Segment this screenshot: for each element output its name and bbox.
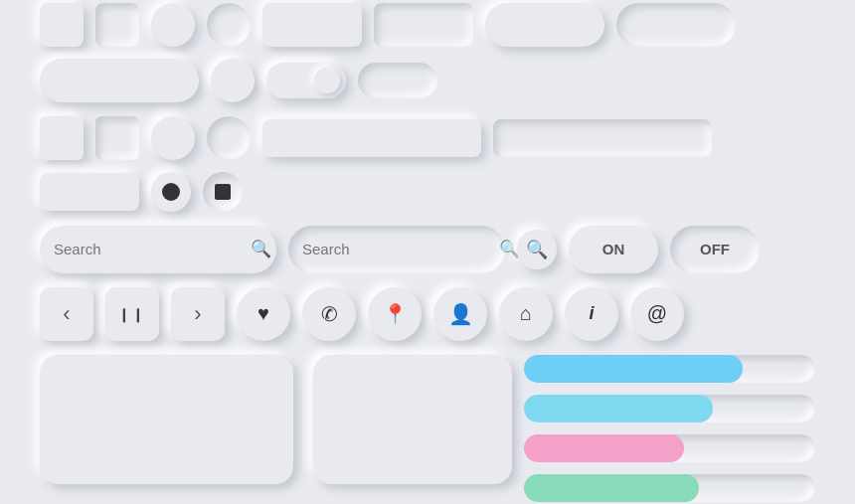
rect-pill-inset <box>616 3 736 47</box>
search-row: 🔍 🔍 🔍 ON OFF <box>40 226 815 273</box>
rect-stadium-raised <box>40 59 199 102</box>
rect-pill-raised <box>485 3 604 47</box>
location-icon: 📍 <box>383 302 408 326</box>
progress-bars <box>524 355 815 502</box>
shapes-row-2 <box>40 116 815 212</box>
rect-wide-inset <box>374 3 473 47</box>
heart-icon: ♥ <box>257 302 269 325</box>
user-icon: 👤 <box>448 302 473 326</box>
rect-short-raised <box>40 173 139 211</box>
prev-button[interactable]: ‹ <box>40 287 93 341</box>
progress-fill-2 <box>524 395 713 422</box>
progress-fill-3 <box>524 434 684 462</box>
circle-raised-1 <box>151 3 195 47</box>
info-icon: i <box>589 303 594 324</box>
rect-wide-raised <box>262 3 362 47</box>
circle-inset-1 <box>207 3 251 47</box>
pause-icon: ❙❙ <box>118 306 146 322</box>
progress-track-1 <box>524 355 815 383</box>
search-bar-2[interactable]: 🔍 <box>288 226 505 273</box>
next-icon: › <box>194 301 201 327</box>
prev-icon: ‹ <box>63 301 70 327</box>
square-raised-1 <box>40 3 84 47</box>
search-input-2[interactable] <box>302 241 491 257</box>
on-label: ON <box>602 241 625 257</box>
large-panel-1 <box>40 355 293 484</box>
square-black <box>215 184 231 200</box>
circle-indicator-raised <box>151 172 191 212</box>
home-icon: ⌂ <box>520 302 532 325</box>
at-icon: @ <box>647 302 667 325</box>
shapes-row-1 <box>40 3 815 102</box>
circle-2a <box>151 116 195 160</box>
progress-track-4 <box>524 474 815 502</box>
phone-icon: ✆ <box>321 302 338 326</box>
toggle-knob <box>314 68 340 93</box>
circle-raised-2 <box>211 59 255 102</box>
on-button[interactable]: ON <box>569 226 658 273</box>
at-button[interactable]: @ <box>630 287 684 341</box>
toggle-pill-raised <box>266 63 346 98</box>
pause-button[interactable]: ❙❙ <box>105 287 159 341</box>
main-container: 🔍 🔍 🔍 ON OFF ‹ ❙❙ › ♥ ✆ <box>20 0 835 504</box>
off-label: OFF <box>700 241 730 257</box>
user-button[interactable]: 👤 <box>433 287 487 341</box>
panels-row <box>40 355 815 502</box>
square-inset-1 <box>95 3 139 47</box>
square-2b <box>95 116 139 160</box>
circle-2b <box>207 116 251 160</box>
info-button[interactable]: i <box>565 287 618 341</box>
square-2a <box>40 116 84 160</box>
home-button[interactable]: ⌂ <box>499 287 553 341</box>
heart-button[interactable]: ♥ <box>237 287 290 341</box>
controls-row: ‹ ❙❙ › ♥ ✆ 📍 👤 ⌂ i @ <box>40 287 815 341</box>
progress-track-2 <box>524 395 815 422</box>
rect-flat-inset <box>493 119 712 157</box>
search-icon-btn[interactable]: 🔍 <box>517 230 557 269</box>
search-input-1[interactable] <box>54 241 243 257</box>
search-bar-1[interactable]: 🔍 <box>40 226 276 273</box>
next-button[interactable]: › <box>171 287 225 341</box>
location-button[interactable]: 📍 <box>368 287 422 341</box>
search-mag-icon: 🔍 <box>526 239 548 260</box>
rect-flat-raised <box>262 119 481 157</box>
progress-fill-4 <box>524 474 699 502</box>
search-icon-1: 🔍 <box>251 239 271 259</box>
toggle-pill-inset <box>358 63 437 98</box>
medium-panel-1 <box>313 355 512 484</box>
progress-track-3 <box>524 434 815 462</box>
progress-fill-1 <box>524 355 743 383</box>
phone-button[interactable]: ✆ <box>302 287 356 341</box>
dot-black <box>162 183 180 201</box>
circle-indicator-inset <box>203 172 243 212</box>
off-button[interactable]: OFF <box>670 226 760 273</box>
